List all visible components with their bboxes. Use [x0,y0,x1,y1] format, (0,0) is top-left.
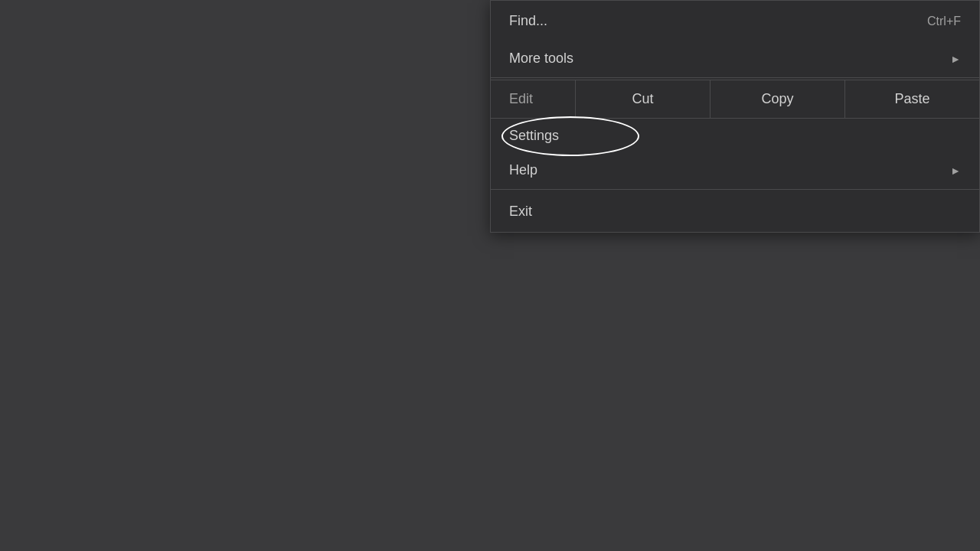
menu-item-more-tools[interactable]: More tools ► [491,41,979,76]
menu-item-help[interactable]: Help ► [491,153,979,187]
help-arrow-icon: ► [950,165,961,177]
settings-label: Settings [509,128,559,144]
cut-button[interactable]: Cut [576,80,710,118]
menu-item-settings[interactable]: Settings [491,119,979,153]
menu-item-find[interactable]: Find... Ctrl+F [491,1,979,41]
context-menu: Find... Ctrl+F More tools ► Edit Cut Cop… [490,0,980,233]
menu-item-exit[interactable]: Exit [491,191,979,232]
edit-row: Edit Cut Copy Paste [491,80,979,119]
divider-1 [491,77,979,78]
more-tools-arrow-icon: ► [950,53,961,65]
find-shortcut: Ctrl+F [927,15,961,28]
copy-button[interactable]: Copy [710,80,844,118]
divider-2 [491,189,979,190]
help-label: Help [509,162,537,178]
paste-button[interactable]: Paste [844,80,979,118]
more-tools-label: More tools [509,51,573,67]
edit-label: Edit [491,80,575,118]
find-label: Find... [509,13,547,29]
exit-label: Exit [509,204,532,220]
